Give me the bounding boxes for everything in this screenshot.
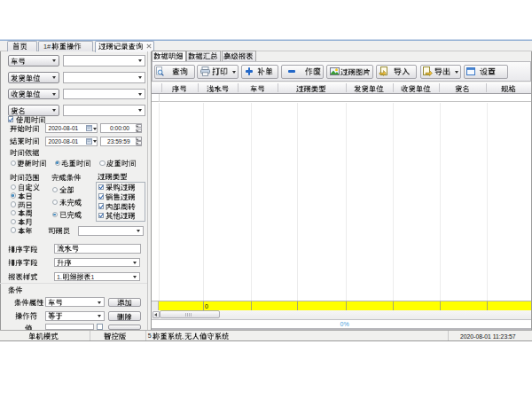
svg-text:,: , xyxy=(182,332,184,340)
svg-text:1#: 1# xyxy=(43,43,51,50)
svg-text:1.: 1. xyxy=(57,274,62,280)
svg-text:1: 1 xyxy=(90,274,94,280)
